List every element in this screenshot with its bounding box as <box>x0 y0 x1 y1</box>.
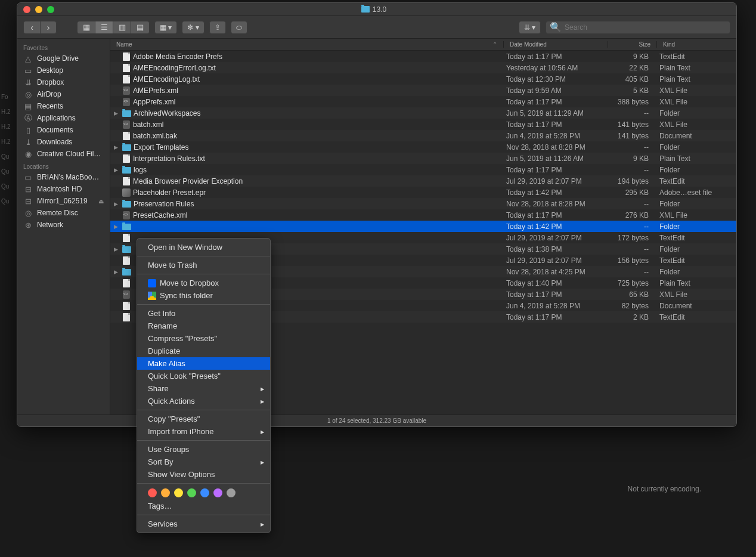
file-date: Today at 1:17 PM <box>504 120 608 129</box>
tag-color[interactable] <box>148 488 157 497</box>
file-size: -- <box>608 222 657 231</box>
disclosure-triangle[interactable]: ▶ <box>114 144 120 150</box>
cm-share[interactable]: Share <box>137 382 270 395</box>
disclosure-triangle[interactable]: ▶ <box>114 246 120 252</box>
tag-color[interactable] <box>161 488 170 497</box>
sidebar-item-label: Macintosh HD <box>37 185 82 193</box>
cm-duplicate[interactable]: Duplicate <box>137 345 270 357</box>
column-header-date[interactable]: Date Modified <box>504 41 608 48</box>
search-input[interactable] <box>565 23 726 32</box>
file-icon <box>122 110 131 117</box>
disclosure-triangle[interactable]: ▶ <box>114 110 120 116</box>
search-box[interactable]: 🔍 <box>546 21 730 34</box>
sidebar-item[interactable]: ▤Recents <box>17 100 110 112</box>
table-row[interactable]: AMEPrefs.xmlToday at 9:59 AM5 KBXML File <box>110 85 736 96</box>
file-date: Yesterday at 10:56 AM <box>504 64 608 72</box>
column-header-size[interactable]: Size <box>608 41 657 48</box>
cm-use-groups[interactable]: Use Groups <box>137 443 270 456</box>
table-row[interactable]: Interpretation Rules.txtJun 5, 2019 at 1… <box>110 153 736 164</box>
cm-move-to-trash[interactable]: Move to Trash <box>137 259 270 271</box>
file-size: 295 KB <box>608 188 657 197</box>
column-header-kind[interactable]: Kind <box>657 41 736 48</box>
cm-import-iphone[interactable]: Import from iPhone <box>137 425 270 438</box>
view-icons-button[interactable]: ▦ <box>78 21 95 33</box>
file-size: 276 KB <box>608 211 657 219</box>
cm-open-new-window[interactable]: Open in New Window <box>137 241 270 253</box>
file-name: ArchivedWorkspaces <box>134 109 201 117</box>
cm-copy[interactable]: Copy "Presets" <box>137 413 270 425</box>
sidebar-item[interactable]: ◉Creative Cloud Fil… <box>17 148 110 160</box>
sidebar-item[interactable]: ◎AirDrop <box>17 88 110 100</box>
disk-icon: ⊟ <box>23 197 33 205</box>
tag-color[interactable] <box>187 488 196 497</box>
table-row[interactable]: AMEEncodingLog.txtToday at 12:30 PM405 K… <box>110 73 736 85</box>
tag-color[interactable] <box>227 488 236 497</box>
table-row[interactable]: ▶Today at 1:42 PM--Folder <box>110 221 736 232</box>
table-row[interactable]: ▶Preservation RulesNov 28, 2018 at 8:28 … <box>110 198 736 209</box>
sidebar-item[interactable]: ⒶApplications <box>17 112 110 124</box>
sidebar-item[interactable]: ⊛Network <box>17 219 110 231</box>
view-gallery-button[interactable]: ▤ <box>131 21 149 33</box>
sidebar-item[interactable]: ⊟Mirror1_062519⏏ <box>17 195 110 207</box>
cm-make-alias[interactable]: Make Alias <box>137 357 270 370</box>
cm-tags-label[interactable]: Tags… <box>137 500 270 512</box>
view-columns-button[interactable]: ▥ <box>113 21 131 33</box>
table-row[interactable]: AppPrefs.xmlToday at 1:17 PM388 bytesXML… <box>110 96 736 107</box>
share-button[interactable]: ⇪ <box>209 21 226 34</box>
tag-color[interactable] <box>174 488 183 497</box>
tag-color[interactable] <box>213 488 222 497</box>
file-kind: TextEdit <box>657 234 736 242</box>
forward-button[interactable]: › <box>40 21 57 34</box>
eject-icon[interactable]: ⏏ <box>98 198 104 205</box>
cm-show-view-options[interactable]: Show View Options <box>137 468 270 481</box>
cm-compress[interactable]: Compress "Presets" <box>137 332 270 345</box>
table-row[interactable]: AMEEncodingErrorLog.txtYesterday at 10:5… <box>110 62 736 73</box>
cm-quick-actions[interactable]: Quick Actions <box>137 395 270 407</box>
sidebar-item[interactable]: ⇊Dropbox <box>17 76 110 88</box>
file-icon <box>123 154 130 163</box>
tags-button[interactable]: ⬭ <box>231 21 247 34</box>
cm-services[interactable]: Services <box>137 518 270 530</box>
cm-sort-by[interactable]: Sort By <box>137 456 270 468</box>
file-kind: TextEdit <box>657 313 736 321</box>
file-size: -- <box>608 200 657 208</box>
cm-sync-folder[interactable]: Sync this folder <box>137 289 270 302</box>
disclosure-triangle[interactable]: ▶ <box>114 269 120 275</box>
cm-move-to-dropbox[interactable]: Move to Dropbox <box>137 277 270 289</box>
cm-quick-look[interactable]: Quick Look "Presets" <box>137 370 270 382</box>
table-row[interactable]: Placeholder Preset.eprToday at 1:42 PM29… <box>110 187 736 198</box>
table-row[interactable]: ▶logsToday at 1:17 PM--Folder <box>110 164 736 175</box>
table-row[interactable]: batch.xmlToday at 1:17 PM141 bytesXML Fi… <box>110 119 736 130</box>
sidebar-item[interactable]: ⤓Downloads <box>17 136 110 148</box>
cm-tags-row <box>137 486 270 500</box>
sidebar-item[interactable]: ◎Remote Disc <box>17 207 110 219</box>
action-button[interactable]: ✻ ▾ <box>182 21 204 34</box>
table-row[interactable]: Media Browser Provider ExceptionJul 29, … <box>110 175 736 187</box>
table-row[interactable]: batch.xml.bakJun 4, 2019 at 5:28 PM141 b… <box>110 130 736 141</box>
sidebar-item[interactable]: △Google Drive <box>17 52 110 64</box>
column-header-name[interactable]: Name⌃ <box>110 41 504 48</box>
disclosure-triangle[interactable]: ▶ <box>114 167 120 173</box>
sidebar-heading-favorites: Favorites <box>17 41 110 52</box>
cm-rename[interactable]: Rename <box>137 320 270 332</box>
table-row[interactable]: ▶ArchivedWorkspacesJun 5, 2019 at 11:29 … <box>110 107 736 119</box>
sidebar-item[interactable]: ▯Documents <box>17 124 110 136</box>
view-list-button[interactable]: ☰ <box>95 21 113 33</box>
dropbox-toolbar-button[interactable]: ⇊ ▾ <box>519 21 541 34</box>
table-row[interactable]: PresetCache.xmlToday at 1:17 PM276 KBXML… <box>110 209 736 221</box>
table-row[interactable]: Adobe Media Encoder PrefsToday at 1:17 P… <box>110 51 736 62</box>
file-name: Adobe Media Encoder Prefs <box>133 52 222 61</box>
table-row[interactable]: ▶Export TemplatesNov 28, 2018 at 8:28 PM… <box>110 141 736 153</box>
title-bar[interactable]: 13.0 <box>17 3 736 16</box>
cm-get-info[interactable]: Get Info <box>137 307 270 320</box>
sort-button[interactable]: ▦ ▾ <box>154 21 177 34</box>
disclosure-triangle[interactable]: ▶ <box>114 224 120 230</box>
tag-color[interactable] <box>200 488 209 497</box>
sidebar-item[interactable]: ⊟Macintosh HD <box>17 183 110 195</box>
back-button[interactable]: ‹ <box>23 21 40 34</box>
sidebar-item[interactable]: ▭Desktop <box>17 64 110 76</box>
disclosure-triangle[interactable]: ▶ <box>114 201 120 207</box>
file-kind: Folder <box>657 166 736 174</box>
sidebar-item-label: Documents <box>37 126 73 134</box>
sidebar-item[interactable]: ▭BRIAN's MacBoo… <box>17 171 110 183</box>
